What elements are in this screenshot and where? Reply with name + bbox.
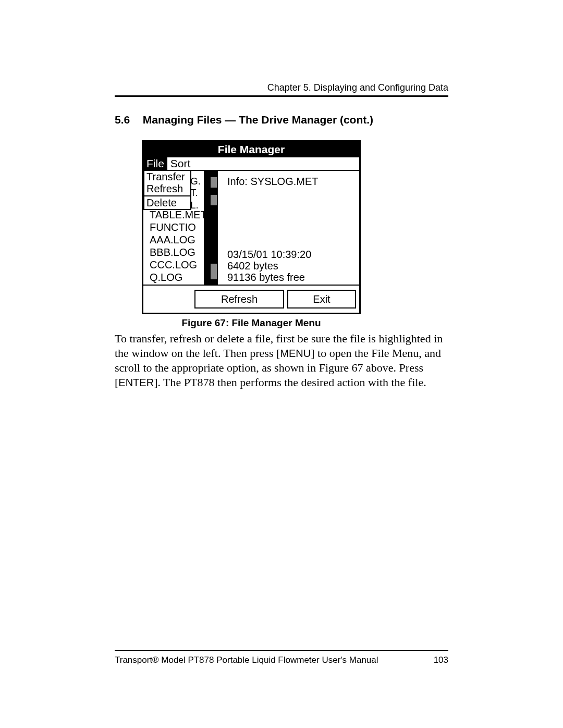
covered-text: G. xyxy=(190,176,201,186)
menubar: File Sort xyxy=(143,157,359,171)
key-enter: ENTER xyxy=(118,377,154,388)
figure-caption: Figure 67: File Manager Menu xyxy=(142,317,361,329)
section-title: Managing Files — The Drive Manager (cont… xyxy=(143,114,373,126)
menu-item-refresh[interactable]: Refresh xyxy=(144,183,190,195)
file-item[interactable]: CCC.LOG xyxy=(143,258,204,271)
file-item[interactable]: BBB.LOG xyxy=(143,246,204,258)
info-filename: Info: SYSLOG.MET xyxy=(227,175,319,188)
footer-rule xyxy=(115,650,448,651)
menu-item-delete[interactable]: Delete xyxy=(144,197,190,209)
scrollbar-thumb[interactable] xyxy=(211,195,217,205)
window-body: TABLE.MET FUNCTIO AAA.LOG BBB.LOG CCC.LO… xyxy=(143,171,359,286)
page-number: 103 xyxy=(434,655,448,665)
page-footer: Transport® Model PT878 Portable Liquid F… xyxy=(115,655,448,665)
menu-file[interactable]: File xyxy=(143,157,167,170)
file-manager-window: File Manager File Sort TABLE.MET FUNCTIO… xyxy=(142,140,361,314)
window-title: File Manager xyxy=(143,142,359,157)
menu-sort[interactable]: Sort xyxy=(167,157,194,170)
section-heading: 5.6 Managing Files — The Drive Manager (… xyxy=(115,114,448,126)
covered-text: L. xyxy=(190,200,199,210)
chapter-header: Chapter 5. Displaying and Configuring Da… xyxy=(115,82,448,93)
menu-item-transfer[interactable]: Transfer xyxy=(144,171,190,183)
exit-button[interactable]: Exit xyxy=(287,290,356,309)
info-pane: Info: SYSLOG.MET 03/15/01 10:39:20 6402 … xyxy=(218,171,359,285)
info-timestamp: 03/15/01 10:39:20 xyxy=(227,248,311,261)
file-dropdown: Transfer Refresh Delete xyxy=(143,170,191,210)
footer-left: Transport® Model PT878 Portable Liquid F… xyxy=(115,655,378,665)
file-item[interactable]: AAA.LOG xyxy=(143,233,204,246)
window-footer: Refresh Exit xyxy=(143,286,359,313)
scrollbar-thumb[interactable] xyxy=(211,264,217,279)
menu-separator xyxy=(144,195,190,196)
covered-text: T. xyxy=(190,188,198,198)
para-text: ]. The PT878 then performs the desired a… xyxy=(154,376,426,389)
info-free: 91136 bytes free xyxy=(227,271,305,283)
header-rule xyxy=(115,95,448,97)
info-size: 6402 bytes xyxy=(227,260,278,272)
scrollbar-thumb[interactable] xyxy=(211,177,217,188)
file-list-pane: TABLE.MET FUNCTIO AAA.LOG BBB.LOG CCC.LO… xyxy=(143,171,218,285)
file-item[interactable]: Q.LOG xyxy=(143,271,204,283)
section-number: 5.6 xyxy=(115,114,140,126)
file-item[interactable]: FUNCTIO xyxy=(143,221,204,233)
manual-page: Chapter 5. Displaying and Configuring Da… xyxy=(0,0,563,728)
key-menu: MENU xyxy=(280,348,311,359)
refresh-button[interactable]: Refresh xyxy=(194,290,284,309)
figure-67: File Manager File Sort TABLE.MET FUNCTIO… xyxy=(142,140,361,329)
body-paragraph: To transfer, refresh or delete a file, f… xyxy=(115,331,448,390)
